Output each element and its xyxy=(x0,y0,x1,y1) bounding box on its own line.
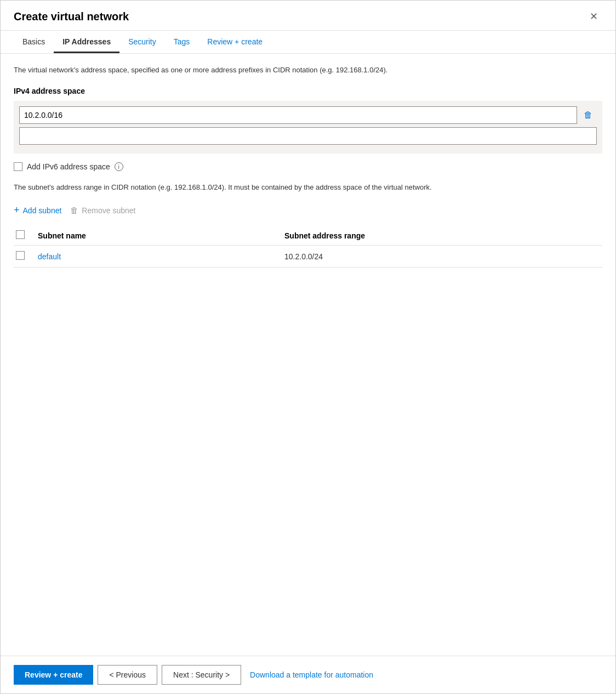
download-template-link[interactable]: Download a template for automation xyxy=(250,670,373,679)
tab-tags[interactable]: Tags xyxy=(165,31,199,53)
dialog-title: Create virtual network xyxy=(14,10,129,23)
row-checkbox[interactable] xyxy=(16,251,25,260)
table-row: default 10.2.0.0/24 xyxy=(14,246,602,268)
subnet-name-link[interactable]: default xyxy=(38,252,61,261)
table-header-checkbox xyxy=(14,226,36,246)
ipv4-empty-row xyxy=(19,127,597,145)
subnet-description: The subnet's address range in CIDR notat… xyxy=(14,182,602,193)
main-content: The virtual network's address space, spe… xyxy=(1,54,615,656)
ipv4-label: IPv4 address space xyxy=(14,87,602,95)
ipv4-container: 🗑 xyxy=(14,101,602,153)
table-header-row: Subnet name Subnet address range xyxy=(14,226,602,246)
table-col-subnet-range: Subnet address range xyxy=(282,226,602,246)
ipv6-checkbox-label: Add IPv6 address space xyxy=(27,162,110,171)
ipv6-info-icon[interactable]: i xyxy=(115,162,123,171)
ipv4-address-input-empty[interactable] xyxy=(19,127,597,145)
trash-icon: 🗑 xyxy=(584,110,592,120)
ipv6-checkbox[interactable] xyxy=(14,162,22,171)
dialog-header: Create virtual network ✕ xyxy=(1,1,615,31)
subnet-table: Subnet name Subnet address range default… xyxy=(14,226,602,268)
address-space-description: The virtual network's address space, spe… xyxy=(14,65,602,76)
table-col-subnet-name: Subnet name xyxy=(36,226,282,246)
ipv4-input-row: 🗑 xyxy=(19,106,597,124)
next-security-button[interactable]: Next : Security > xyxy=(162,665,241,685)
tab-bar: Basics IP Addresses Security Tags Review… xyxy=(1,31,615,54)
tab-basics[interactable]: Basics xyxy=(14,31,54,53)
remove-subnet-button[interactable]: 🗑 Remove subnet xyxy=(61,202,144,218)
plus-icon: + xyxy=(14,204,20,216)
tab-security[interactable]: Security xyxy=(119,31,165,53)
review-create-button[interactable]: Review + create xyxy=(14,665,93,685)
ipv6-checkbox-row: Add IPv6 address space i xyxy=(14,162,602,171)
dialog-footer: Review + create < Previous Next : Securi… xyxy=(1,656,615,693)
subnet-actions: + Add subnet 🗑 Remove subnet xyxy=(14,201,602,219)
previous-button[interactable]: < Previous xyxy=(98,665,157,685)
remove-trash-icon: 🗑 xyxy=(70,206,78,215)
select-all-checkbox[interactable] xyxy=(16,230,25,239)
row-subnet-range: 10.2.0.0/24 xyxy=(282,246,602,268)
ipv4-address-input[interactable] xyxy=(19,106,577,124)
tab-ip-addresses[interactable]: IP Addresses xyxy=(54,31,119,53)
tab-review-create[interactable]: Review + create xyxy=(198,31,271,53)
delete-ipv4-button[interactable]: 🗑 xyxy=(579,106,597,124)
create-virtual-network-dialog: Create virtual network ✕ Basics IP Addre… xyxy=(0,0,616,694)
row-checkbox-cell xyxy=(14,246,36,268)
close-button[interactable]: ✕ xyxy=(585,9,602,24)
add-subnet-label: Add subnet xyxy=(23,206,62,215)
row-subnet-name: default xyxy=(36,246,282,268)
remove-subnet-label: Remove subnet xyxy=(82,206,135,215)
add-subnet-button[interactable]: + Add subnet xyxy=(14,201,61,219)
